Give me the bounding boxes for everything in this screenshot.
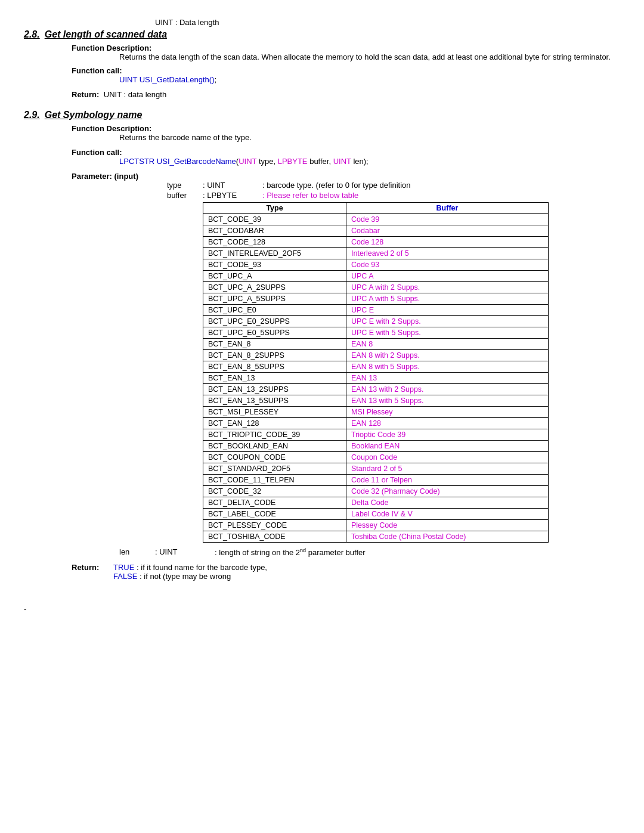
table-row: BCT_CODE_93Code 93 <box>203 259 549 271</box>
section-29-heading: 2.9.Get Symbology name <box>24 110 620 120</box>
param-row-type: type : UINT : barcode type. (refer to 0 … <box>167 181 620 190</box>
return-row-29: Return: TRUE : if it found name for the … <box>72 563 620 581</box>
table-cell-type: BCT_EAN_8 <box>203 339 346 350</box>
table-cell-type: BCT_UPC_A_2SUPPS <box>203 282 346 293</box>
param-row-buffer: buffer : LPBYTE : Please refer to below … <box>167 191 620 200</box>
table-cell-buffer: Code 128 <box>346 237 549 248</box>
table-cell-buffer: EAN 8 <box>346 339 549 350</box>
table-cell-type: BCT_CODE_39 <box>203 214 346 225</box>
section-28-heading: 2.8.Get length of scanned data <box>24 29 620 40</box>
section-29-number: 2.9. <box>24 110 40 120</box>
param-block-29: Parameter: (input) type : UINT : barcode… <box>72 172 620 557</box>
table-cell-type: BCT_UPC_E0_5SUPPS <box>203 327 346 339</box>
table-cell-type: BCT_UPC_A <box>203 271 346 282</box>
table-row: BCT_DELTA_CODEDelta Code <box>203 497 549 509</box>
table-cell-buffer: Codabar <box>346 225 549 237</box>
table-row: BCT_EAN_128EAN 128 <box>203 418 549 429</box>
table-cell-buffer: Coupon Code <box>346 452 549 463</box>
func-call-label-28: Function call: <box>72 66 620 75</box>
table-cell-type: BCT_LABEL_CODE <box>203 509 346 520</box>
table-cell-buffer: EAN 8 with 2 Supps. <box>346 350 549 361</box>
table-row: BCT_CODE_39Code 39 <box>203 214 549 225</box>
table-row: BCT_EAN_8_2SUPPSEAN 8 with 2 Supps. <box>203 350 549 361</box>
table-cell-type: BCT_PLESSEY_CODE <box>203 520 346 531</box>
param-type-uint-2: UINT <box>333 157 351 166</box>
func-call-prefix-28: UINT <box>119 75 137 84</box>
param-type-lpbyte: LPBYTE <box>278 157 308 166</box>
table-cell-type: BCT_CODE_93 <box>203 259 346 271</box>
return-values-29: TRUE : if it found name for the barcode … <box>113 563 267 581</box>
func-call-link-28: USI_GetDataLength() <box>140 75 215 84</box>
table-row: BCT_UPC_A_5SUPPSUPC A with 5 Supps. <box>203 293 549 305</box>
table-cell-type: BCT_TOSHIBA_CODE <box>203 531 346 543</box>
param-label-text-29: Parameter: (input) <box>72 172 138 181</box>
return-false-desc: : if not (type may be wrong <box>140 572 231 581</box>
table-header-buffer: Buffer <box>346 203 549 214</box>
section-28-func-call-block: Function call: UINT USI_GetDataLength(); <box>72 66 620 84</box>
table-cell-type: BCT_DELTA_CODE <box>203 497 346 509</box>
table-row: BCT_EAN_13EAN 13 <box>203 373 549 384</box>
table-cell-buffer: UPC A with 2 Supps. <box>346 282 549 293</box>
param-label-29: Parameter: (input) <box>72 172 620 181</box>
table-row: BCT_EAN_13_5SUPPSEAN 13 with 5 Supps. <box>203 395 549 407</box>
func-desc-label-text-29: Function Description: <box>72 124 151 133</box>
return-label-29: Return: <box>72 563 113 572</box>
table-cell-type: BCT_BOOKLAND_EAN <box>203 441 346 452</box>
func-desc-label-29: Function Description: <box>72 124 620 133</box>
func-desc-28: Returns the data length of the scan data… <box>119 52 611 61</box>
table-cell-buffer: UPC E with 2 Supps. <box>346 316 549 327</box>
table-cell-buffer: EAN 128 <box>346 418 549 429</box>
table-row: BCT_UPC_E0_5SUPPSUPC E with 5 Supps. <box>203 327 549 339</box>
footer-dash: - <box>24 605 620 614</box>
table-cell-type: BCT_TRIOPTIC_CODE_39 <box>203 429 346 441</box>
section-29-title: Get Symbology name <box>45 110 143 120</box>
table-cell-buffer: Delta Code <box>346 497 549 509</box>
function-desc-label-28: Function Description: <box>72 44 620 52</box>
table-row: BCT_CODE_128Code 128 <box>203 237 549 248</box>
table-cell-type: BCT_EAN_8_5SUPPS <box>203 361 346 373</box>
return-block-29: Return: TRUE : if it found name for the … <box>72 563 620 581</box>
func-call-link-29: USI_GetBarcodeName <box>157 157 236 166</box>
func-desc-text-28: Returns the data length of the scan data… <box>119 52 620 61</box>
table-row: BCT_CODABARCodabar <box>203 225 549 237</box>
return-true-row: TRUE : if it found name for the barcode … <box>113 563 267 572</box>
param-rows-29: type : UINT : barcode type. (refer to 0 … <box>167 181 620 200</box>
table-row: BCT_EAN_13_2SUPPSEAN 13 with 2 Supps. <box>203 384 549 395</box>
table-cell-buffer: Trioptic Code 39 <box>346 429 549 441</box>
func-desc-text-29: Returns the barcode name of the type. <box>119 133 620 142</box>
table-row: BCT_UPC_E0UPC E <box>203 305 549 316</box>
table-cell-type: BCT_CODABAR <box>203 225 346 237</box>
table-row: BCT_TRIOPTIC_CODE_39Trioptic Code 39 <box>203 429 549 441</box>
table-row: BCT_EAN_8EAN 8 <box>203 339 549 350</box>
table-row: BCT_MSI_PLESSEYMSI Plessey <box>203 407 549 418</box>
table-cell-buffer: Code 93 <box>346 259 549 271</box>
table-cell-type: BCT_UPC_E0_2SUPPS <box>203 316 346 327</box>
table-cell-type: BCT_UPC_E0 <box>203 305 346 316</box>
section-29-func-call-block: Function call: LPCTSTR USI_GetBarcodeNam… <box>72 148 620 166</box>
table-cell-type: BCT_EAN_13_5SUPPS <box>203 395 346 407</box>
footer-text: - <box>24 605 26 614</box>
table-cell-buffer: MSI Plessey <box>346 407 549 418</box>
table-cell-buffer: Code 39 <box>346 214 549 225</box>
table-cell-buffer: UPC E with 5 Supps. <box>346 327 549 339</box>
table-row: BCT_COUPON_CODECoupon Code <box>203 452 549 463</box>
table-cell-buffer: EAN 13 <box>346 373 549 384</box>
table-cell-buffer: EAN 8 with 5 Supps. <box>346 361 549 373</box>
table-cell-buffer: EAN 13 with 2 Supps. <box>346 384 549 395</box>
table-cell-buffer: EAN 13 with 5 Supps. <box>346 395 549 407</box>
return-false-row: FALSE : if not (type may be wrong <box>113 572 267 581</box>
table-cell-type: BCT_EAN_13_2SUPPS <box>203 384 346 395</box>
func-call-prefix-29: LPCTSTR <box>119 157 154 166</box>
table-cell-type: BCT_STANDARD_2OF5 <box>203 463 346 475</box>
table-cell-type: BCT_COUPON_CODE <box>203 452 346 463</box>
func-call-label-29: Function call: <box>72 148 620 157</box>
func-desc-label-28: Function Description: <box>72 44 151 52</box>
table-cell-buffer: Toshiba Code (China Postal Code) <box>346 531 549 543</box>
table-row: BCT_LABEL_CODELabel Code IV & V <box>203 509 549 520</box>
table-cell-buffer: Bookland EAN <box>346 441 549 452</box>
return-label-28: Return: <box>72 90 99 99</box>
table-row: BCT_TOSHIBA_CODEToshiba Code (China Post… <box>203 531 549 543</box>
table-row: BCT_STANDARD_2OF5Standard 2 of 5 <box>203 463 549 475</box>
table-row: BCT_CODE_11_TELPENCode 11 or Telpen <box>203 475 549 486</box>
table-cell-type: BCT_CODE_32 <box>203 486 346 497</box>
